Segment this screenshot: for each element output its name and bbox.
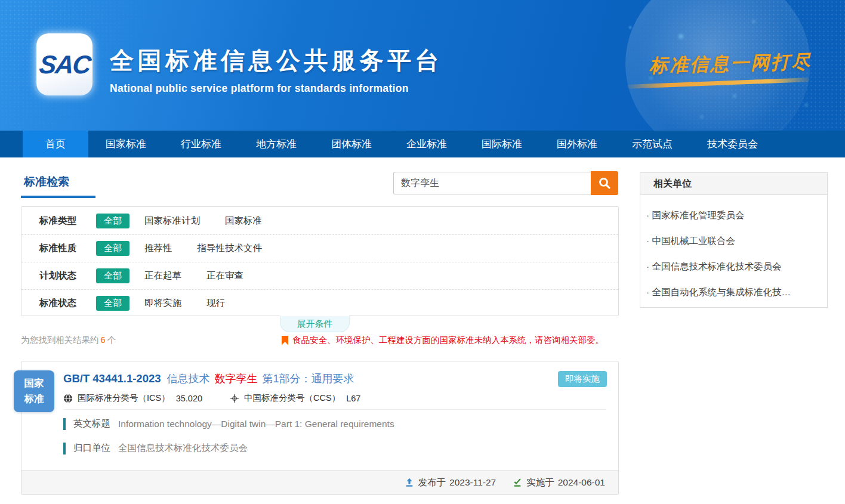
check-icon [513, 478, 522, 487]
standard-title-highlight[interactable]: 数字孪生 [215, 372, 258, 386]
filter-row-plan-status: 计划状态 全部 正在起草 正在审查 [21, 262, 618, 289]
ccs-value: L67 [346, 394, 360, 403]
standard-code[interactable]: GB/T 43441.1-2023 [63, 372, 161, 385]
site-title: 全国标准信息公共服务平台 [110, 44, 443, 77]
search-input[interactable] [393, 172, 591, 194]
nav-item-local-standards[interactable]: 地方标准 [239, 131, 314, 157]
sac-logo[interactable]: SAC [36, 33, 92, 95]
standard-title[interactable]: GB/T 43441.1-2023 信息技术 数字孪生 第1部分：通用要求 [21, 361, 618, 386]
card-footer: 发布于 2023-11-27 实施于 2024-06-01 [21, 470, 618, 494]
department-label: 归口单位 [73, 442, 110, 454]
publish-date: 2023-11-27 [449, 477, 496, 488]
ics-value: 35.020 [176, 394, 202, 403]
filter-label: 标准类型 [39, 215, 96, 227]
related-unit-item[interactable]: 全国信息技术标准化技术委员会 [646, 261, 819, 273]
card-divider [63, 409, 606, 410]
implement-date-item: 实施于 2024-06-01 [513, 477, 605, 489]
status-badge: 即将实施 [558, 371, 607, 387]
results-count-number: 6 [99, 335, 107, 345]
filter-all-badge[interactable]: 全部 [96, 296, 129, 311]
results-row: 为您找到相关结果约6个 食品安全、环境保护、工程建设方面的国家标准未纳入本系统，… [21, 335, 604, 346]
main-content: 标准检索 相关单位 国家标准化管理委员会 中国机械工业联合会 全国信息技术标准化… [0, 157, 845, 504]
filter-label: 计划状态 [39, 270, 96, 282]
publish-date-item: 发布于 2023-11-27 [405, 477, 496, 489]
banner-slogan: 标准信息一网打尽 [649, 49, 812, 78]
banner-glow-dots [0, 0, 1, 1]
classification-row: 国际标准分类号（ICS） 35.020 中国标准分类号（CCS） L67 [63, 392, 618, 404]
nav-item-national-standards[interactable]: 国家标准 [88, 131, 164, 157]
filter-option[interactable]: 正在起草 [144, 270, 181, 282]
expand-conditions-button[interactable]: 展开条件 [280, 316, 350, 332]
filter-row-standard-nature: 标准性质 全部 推荐性 指导性技术文件 [21, 234, 618, 262]
nav-item-group-standards[interactable]: 团体标准 [314, 131, 389, 157]
related-unit-item[interactable]: 国家标准化管理委员会 [646, 209, 819, 222]
section-title-underline [21, 196, 95, 198]
department-value: 全国信息技术标准化技术委员会 [118, 442, 248, 454]
filter-label: 标准性质 [39, 242, 96, 255]
nav-item-enterprise-standards[interactable]: 企业标准 [389, 131, 464, 157]
filter-all-badge[interactable]: 全部 [96, 268, 129, 283]
standard-title-part2[interactable]: 第1部分：通用要求 [263, 372, 354, 386]
sac-logo-text: SAC [38, 50, 91, 79]
main-nav: 首页 国家标准 行业标准 地方标准 团体标准 企业标准 国际标准 国外标准 示范… [0, 131, 845, 157]
search-button[interactable] [591, 171, 618, 195]
nav-item-foreign-standards[interactable]: 国外标准 [539, 131, 615, 157]
related-units-panel: 相关单位 国家标准化管理委员会 中国机械工业联合会 全国信息技术标准化技术委员会… [640, 172, 828, 308]
english-title-row: 英文标题 Information technology—Digital twin… [63, 418, 618, 430]
section-title-standard-search: 标准检索 [24, 174, 69, 190]
ics-classification: 国际标准分类号（ICS） 35.020 [63, 392, 202, 404]
standard-title-part1[interactable]: 信息技术 [167, 372, 210, 386]
filter-row-standard-status: 标准状态 全部 即将实施 现行 [21, 289, 618, 317]
filter-option[interactable]: 国家标准 [225, 215, 262, 227]
department-row: 归口单位 全国信息技术标准化技术委员会 [63, 442, 618, 454]
filter-all-badge[interactable]: 全部 [96, 214, 129, 228]
upload-icon [405, 478, 414, 487]
filter-option[interactable]: 推荐性 [144, 242, 172, 255]
filter-option[interactable]: 指导性技术文件 [198, 242, 263, 255]
english-title-label: 英文标题 [73, 418, 110, 430]
nav-item-international-standards[interactable]: 国际标准 [464, 131, 539, 157]
filter-row-standard-type: 标准类型 全部 国家标准计划 国家标准 [21, 207, 618, 234]
related-unit-item[interactable]: 全国自动化系统与集成标准化技… [646, 286, 819, 299]
related-unit-item[interactable]: 中国机械工业联合会 [646, 235, 819, 248]
filter-option[interactable]: 国家标准计划 [144, 215, 200, 227]
related-units-title: 相关单位 [640, 173, 827, 195]
implement-date: 2024-06-01 [558, 477, 605, 488]
globe-icon [63, 394, 73, 403]
related-units-list: 国家标准化管理委员会 中国机械工业联合会 全国信息技术标准化技术委员会 全国自动… [640, 195, 827, 307]
site-title-block: 全国标准信息公共服务平台 National public service pla… [110, 44, 443, 95]
filter-option[interactable]: 现行 [206, 297, 225, 310]
nav-item-industry-standards[interactable]: 行业标准 [164, 131, 239, 157]
teal-marker-bar [63, 443, 66, 454]
implement-label: 实施于 [526, 477, 554, 489]
filter-option[interactable]: 即将实施 [144, 297, 181, 310]
filter-label: 标准状态 [39, 297, 96, 310]
nav-item-technical-committee[interactable]: 技术委员会 [690, 131, 775, 157]
results-count: 为您找到相关结果约6个 [21, 335, 116, 346]
nav-item-pilot[interactable]: 示范试点 [615, 131, 690, 157]
filter-option[interactable]: 正在审查 [206, 270, 243, 282]
page: SAC 全国标准信息公共服务平台 National public service… [0, 0, 845, 504]
filter-box: 标准类型 全部 国家标准计划 国家标准 标准性质 全部 推荐性 指导性技术文件 … [21, 206, 619, 316]
standard-result-card: 国家 标准 GB/T 43441.1-2023 信息技术 数字孪生 第1部分：通… [21, 361, 619, 495]
system-notice: 食品安全、环境保护、工程建设方面的国家标准未纳入本系统，请咨询相关部委。 [282, 335, 604, 346]
english-title-value: Information technology—Digital twin—Part… [118, 419, 394, 429]
bookmark-icon [282, 336, 288, 345]
search-icon [598, 177, 611, 190]
filter-all-badge[interactable]: 全部 [96, 241, 129, 256]
compass-icon [230, 394, 239, 403]
site-banner: SAC 全国标准信息公共服务平台 National public service… [0, 0, 845, 131]
standard-type-badge: 国家 标准 [14, 370, 54, 412]
publish-label: 发布于 [418, 477, 446, 489]
site-subtitle: National public service platform for sta… [110, 82, 443, 95]
nav-item-home[interactable]: 首页 [23, 131, 88, 157]
ccs-classification: 中国标准分类号（CCS） L67 [230, 392, 360, 404]
ics-label: 国际标准分类号（ICS） [78, 392, 170, 404]
ccs-label: 中国标准分类号（CCS） [244, 392, 340, 404]
teal-marker-bar [63, 418, 66, 430]
notice-text: 食品安全、环境保护、工程建设方面的国家标准未纳入本系统，请咨询相关部委。 [292, 335, 604, 346]
